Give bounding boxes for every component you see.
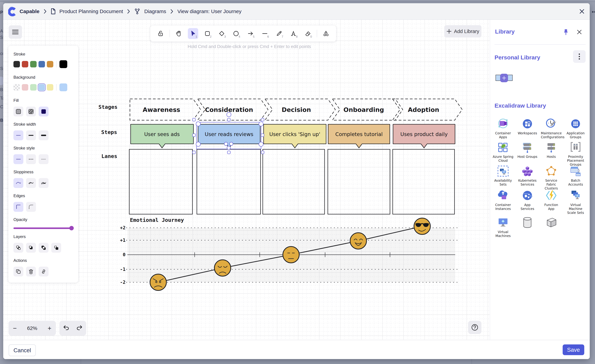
stroke-style-dotted-button[interactable] bbox=[39, 154, 49, 164]
edges-sharp-button[interactable] bbox=[14, 202, 23, 212]
library-item-virtual-machines[interactable]: Virtual Machines bbox=[496, 216, 510, 230]
selection-rotate-handle[interactable] bbox=[227, 112, 231, 117]
face-cool[interactable] bbox=[414, 218, 430, 234]
tail-handle[interactable] bbox=[230, 142, 233, 146]
redo-button[interactable] bbox=[77, 325, 83, 331]
save-button[interactable]: Save bbox=[563, 344, 584, 355]
library-item-container-instances[interactable]: Container Instances bbox=[496, 189, 510, 203]
library-close-button[interactable] bbox=[577, 29, 582, 35]
element-handle[interactable] bbox=[196, 122, 200, 126]
stroke-color-red[interactable] bbox=[22, 61, 28, 67]
stroke-color-green[interactable] bbox=[30, 61, 37, 67]
tool-line[interactable]: 6 bbox=[260, 28, 270, 39]
tool-hand[interactable] bbox=[174, 28, 184, 39]
layers-send-backward-button[interactable] bbox=[26, 243, 36, 253]
library-item-virtual-machine-scale-sets[interactable]: Virtual Machine Scale Sets bbox=[569, 189, 582, 203]
library-item-kubernetes-services[interactable]: Kubernetes Services bbox=[521, 165, 534, 178]
face-happy[interactable] bbox=[350, 233, 367, 249]
edges-round-button[interactable] bbox=[26, 202, 36, 212]
bg-color-green[interactable] bbox=[30, 84, 37, 91]
tool-draw[interactable]: 7 bbox=[274, 28, 284, 39]
library-item-cube[interactable] bbox=[545, 216, 558, 230]
zoom-level[interactable]: 62% bbox=[27, 325, 37, 331]
tool-rectangle[interactable]: 2 bbox=[202, 28, 212, 39]
tool-lock[interactable] bbox=[156, 28, 166, 39]
tail-handle[interactable] bbox=[227, 146, 230, 149]
library-item-application-groups[interactable]: Application Groups bbox=[569, 117, 582, 131]
tool-selection[interactable]: 1 bbox=[188, 28, 198, 39]
modal-close-button[interactable] bbox=[578, 8, 586, 15]
stroke-color-blue[interactable] bbox=[38, 61, 45, 67]
stroke-color-current[interactable] bbox=[59, 60, 67, 68]
selection-handle-s[interactable] bbox=[227, 151, 230, 154]
selection-handle-se[interactable] bbox=[261, 151, 264, 154]
library-item-availability-sets[interactable]: Availability Sets bbox=[496, 165, 510, 178]
tool-eraser[interactable]: 0 bbox=[303, 28, 313, 39]
layers-send-to-back-button[interactable] bbox=[14, 243, 23, 253]
selection-handle-w[interactable] bbox=[193, 134, 196, 137]
fill-crosshatch-button[interactable] bbox=[26, 107, 36, 116]
tool-text[interactable]: 8 bbox=[288, 28, 298, 39]
library-item-hosts[interactable]: Hosts bbox=[545, 141, 558, 154]
stroke-width-extrabold-button[interactable] bbox=[39, 130, 49, 140]
sloppiness-architect-button[interactable] bbox=[14, 178, 23, 188]
stroke-width-bold-button[interactable] bbox=[26, 130, 36, 140]
selection-handle-e[interactable] bbox=[261, 134, 264, 137]
menu-button[interactable] bbox=[9, 25, 22, 39]
lane-2[interactable] bbox=[197, 149, 261, 214]
zoom-out-button[interactable]: − bbox=[13, 325, 17, 331]
opacity-track[interactable] bbox=[14, 227, 73, 229]
bg-color-blue-selected[interactable] bbox=[38, 84, 45, 91]
stroke-width-thin-button[interactable] bbox=[14, 130, 23, 140]
face-sad[interactable] bbox=[214, 260, 231, 276]
face-neutral[interactable] bbox=[283, 246, 299, 263]
sloppiness-artist-button[interactable] bbox=[26, 178, 36, 188]
lane-1[interactable] bbox=[129, 149, 192, 214]
breadcrumb-document[interactable]: Product Planning Document bbox=[59, 8, 123, 14]
library-item-cylinder[interactable] bbox=[521, 216, 534, 230]
library-item-azure-spring-cloud[interactable]: Azure Spring Cloud bbox=[496, 141, 510, 154]
stroke-color-black[interactable] bbox=[14, 61, 20, 67]
action-duplicate-button[interactable] bbox=[14, 267, 23, 276]
selection-handle-ne[interactable] bbox=[261, 118, 264, 121]
tool-shapes[interactable] bbox=[321, 28, 331, 39]
layers-bring-forward-button[interactable] bbox=[39, 243, 49, 253]
breadcrumb-app[interactable]: Capable bbox=[20, 8, 40, 14]
excalidraw-canvas[interactable]: Stages Steps Lanes Awareness Considerati… bbox=[3, 20, 490, 340]
personal-library-menu-button[interactable] bbox=[573, 50, 586, 63]
lane-5[interactable] bbox=[393, 149, 454, 214]
element-handle[interactable] bbox=[259, 122, 263, 126]
stroke-color-orange[interactable] bbox=[47, 61, 53, 67]
lane-3[interactable] bbox=[263, 149, 325, 214]
library-item-proximity-placement-groups[interactable]: Proximity Placement Groups bbox=[569, 141, 582, 154]
library-item-workspaces[interactable]: Workspaces bbox=[521, 117, 534, 131]
selection-handle-n[interactable] bbox=[227, 118, 230, 121]
breadcrumb-section[interactable]: Diagrams bbox=[144, 8, 166, 14]
add-library-button[interactable]: Add Library bbox=[444, 25, 482, 37]
zoom-in-button[interactable]: + bbox=[48, 325, 51, 331]
library-item-function-app[interactable]: Function App bbox=[545, 189, 558, 203]
tool-arrow[interactable]: 5 bbox=[245, 28, 255, 39]
library-item-host-groups[interactable]: Host Groups bbox=[521, 141, 534, 154]
layers-bring-to-front-button[interactable] bbox=[51, 243, 61, 253]
bg-color-pink[interactable] bbox=[22, 84, 28, 91]
lane-4[interactable] bbox=[328, 149, 390, 214]
fill-solid-button[interactable] bbox=[39, 107, 49, 116]
library-item-container-apps[interactable]: Container Apps bbox=[496, 117, 510, 131]
help-button[interactable] bbox=[468, 321, 482, 334]
personal-library-add-button[interactable] bbox=[500, 74, 508, 82]
library-item-batch-accounts[interactable]: Batch Accounts bbox=[569, 165, 582, 178]
element-handle[interactable] bbox=[196, 142, 200, 147]
tool-diamond[interactable]: 3 bbox=[217, 28, 227, 39]
tool-ellipse[interactable]: 4 bbox=[231, 28, 241, 39]
selection-handle-nw[interactable] bbox=[193, 118, 196, 121]
cancel-button[interactable]: Cancel bbox=[9, 344, 36, 356]
element-handle[interactable] bbox=[259, 142, 263, 147]
undo-button[interactable] bbox=[63, 325, 69, 331]
stroke-style-dashed-button[interactable] bbox=[26, 154, 36, 164]
sloppiness-cartoonist-button[interactable] bbox=[39, 178, 49, 188]
stroke-style-solid-button[interactable] bbox=[14, 154, 23, 164]
library-item-app-services[interactable]: App Services bbox=[521, 189, 534, 203]
bg-color-current[interactable] bbox=[59, 84, 67, 91]
selection-handle-sw[interactable] bbox=[193, 151, 196, 154]
